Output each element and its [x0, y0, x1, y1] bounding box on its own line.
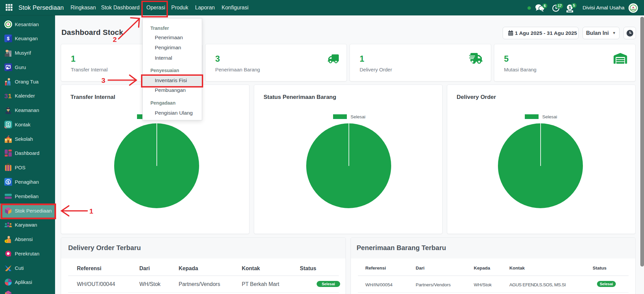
svg-text:$: $	[569, 5, 571, 10]
svg-text:3: 3	[4, 93, 8, 100]
svg-text:$: $	[7, 180, 9, 184]
svg-text:$: $	[7, 36, 10, 41]
svg-text:1: 1	[8, 93, 12, 100]
